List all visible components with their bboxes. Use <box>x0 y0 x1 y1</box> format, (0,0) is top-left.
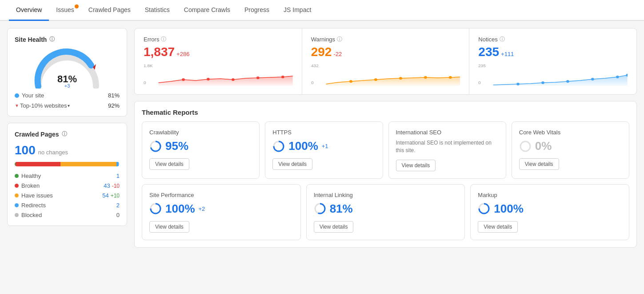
svg-marker-5 <box>159 76 293 86</box>
internal-linking-pct-row: 81% <box>314 202 458 216</box>
site-perf-pct-row: 100% +2 <box>149 202 293 216</box>
crawlability-pct-row: 95% <box>149 139 252 153</box>
stat-healthy: Healthy 1 <box>15 173 120 179</box>
notices-value-row: 235 +111 <box>478 45 628 59</box>
site-health-info-icon[interactable]: ⓘ <box>49 36 55 43</box>
svg-point-10 <box>281 76 284 78</box>
pb-broken <box>16 162 60 166</box>
notices-info-icon[interactable]: ⓘ <box>500 36 505 43</box>
notices-block: Notices ⓘ 235 +111 23 <box>469 28 636 94</box>
internal-linking-view-btn[interactable]: View details <box>314 221 354 233</box>
svg-point-22 <box>516 83 520 85</box>
svg-text:235: 235 <box>478 64 486 68</box>
right-column: Errors ⓘ 1,837 +286 1 <box>134 28 637 286</box>
svg-point-7 <box>207 78 210 81</box>
svg-text:1.8K: 1.8K <box>144 64 153 68</box>
stat-have-issues: Have issues 54 +10 <box>15 192 120 199</box>
svg-point-15 <box>374 78 377 81</box>
dot-healthy <box>15 174 19 178</box>
top10-chevron-icon[interactable]: ▾ <box>68 103 70 108</box>
svg-point-14 <box>349 80 352 83</box>
https-view-btn[interactable]: View details <box>272 158 312 170</box>
nav-overview[interactable]: Overview <box>9 0 49 21</box>
errors-value-row: 1,837 +286 <box>144 45 293 59</box>
pb-issues <box>60 162 116 166</box>
svg-point-23 <box>541 81 544 84</box>
stat-blocked: Blocked 0 <box>15 212 120 218</box>
site-perf-circle-icon <box>149 202 162 215</box>
warnings-title: Warnings ⓘ <box>311 36 460 43</box>
site-perf-view-btn[interactable]: View details <box>149 221 189 233</box>
report-https: HTTPS 100% +1 View details <box>265 121 383 179</box>
errors-sparkline: 1.8K 0 <box>144 63 293 87</box>
crawled-pages-info-icon[interactable]: ⓘ <box>62 130 67 138</box>
markup-view-btn[interactable]: View details <box>478 221 518 233</box>
report-intl-seo: International SEO International SEO is n… <box>388 121 506 179</box>
notices-sparkline: 235 0 <box>478 63 628 87</box>
crawlability-view-btn[interactable]: View details <box>149 158 189 170</box>
nav-progress[interactable]: Progress <box>237 0 276 21</box>
pb-blocked <box>119 162 120 166</box>
svg-point-9 <box>256 77 260 79</box>
gauge-chart: 81% +3 <box>32 48 103 89</box>
crawled-pages-card: Crawled Pages ⓘ 100 no changes Healthy <box>7 123 127 226</box>
markup-circle-icon <box>478 202 490 215</box>
svg-text:+3: +3 <box>64 83 70 89</box>
site-health-title: Site Health ⓘ <box>15 36 120 43</box>
stat-broken: Broken 43 -10 <box>15 182 120 189</box>
crawlability-circle-icon <box>149 140 162 153</box>
svg-point-25 <box>591 78 594 81</box>
errors-title: Errors ⓘ <box>144 36 293 43</box>
stat-redirects: Redirects 2 <box>15 202 120 209</box>
svg-point-17 <box>424 76 427 79</box>
gauge-container: 81% +3 <box>15 48 120 89</box>
your-site-dot <box>15 93 19 98</box>
warnings-info-icon[interactable]: ⓘ <box>337 36 342 43</box>
crawled-count-row: 100 no changes <box>15 143 120 157</box>
thematic-bottom-row: Site Performance 100% +2 View details In… <box>142 184 629 240</box>
https-pct-row: 100% +1 <box>272 139 375 153</box>
https-circle-icon <box>272 140 285 153</box>
cwv-circle-icon <box>519 140 532 153</box>
crawled-stat-list: Healthy 1 Broken 43 -10 <box>15 173 120 218</box>
dot-issues <box>15 193 19 197</box>
errors-info-icon[interactable]: ⓘ <box>161 36 166 43</box>
crawled-pages-title: Crawled Pages ⓘ <box>15 130 120 138</box>
errors-block: Errors ⓘ 1,837 +286 1 <box>135 28 302 94</box>
left-column: Site Health ⓘ 81% +3 <box>7 28 127 286</box>
top10-row: ▼ Top-10% websites ▾ 92% <box>15 102 120 109</box>
svg-text:0: 0 <box>144 81 146 85</box>
cwv-pct-row: 0% <box>519 139 622 153</box>
svg-point-18 <box>449 76 452 79</box>
nav-issues[interactable]: Issues <box>49 0 81 21</box>
markup-pct-row: 100% <box>478 202 622 216</box>
report-markup: Markup 100% View details <box>470 184 629 240</box>
your-site-row: Your site 81% <box>15 92 120 99</box>
svg-point-32 <box>520 141 530 151</box>
report-internal-linking: Internal Linking 81% View details <box>306 184 465 240</box>
thematic-reports-section: Thematic Reports Crawlability 95% View d… <box>134 101 637 248</box>
nav-compare-crawls[interactable]: Compare Crawls <box>177 0 237 21</box>
nav-statistics[interactable]: Statistics <box>138 0 177 21</box>
svg-point-26 <box>616 76 619 78</box>
crawled-progress-bar <box>15 162 120 166</box>
main-content: Site Health ⓘ 81% +3 <box>0 21 644 293</box>
intl-seo-view-btn[interactable]: View details <box>396 160 436 171</box>
svg-point-24 <box>566 80 569 83</box>
site-health-card: Site Health ⓘ 81% +3 <box>7 28 127 117</box>
warnings-block: Warnings ⓘ 292 -22 43 <box>302 28 470 94</box>
issues-notification-dot <box>75 4 79 8</box>
report-crawlability: Crawlability 95% View details <box>142 121 260 179</box>
report-site-performance: Site Performance 100% +2 View details <box>142 184 301 240</box>
cwv-view-btn[interactable]: View details <box>519 158 559 170</box>
nav-crawled-pages[interactable]: Crawled Pages <box>81 0 138 21</box>
svg-point-8 <box>232 78 235 81</box>
thematic-reports-title: Thematic Reports <box>142 109 629 116</box>
metrics-row: Errors ⓘ 1,837 +286 1 <box>134 28 637 95</box>
nav-js-impact[interactable]: JS Impact <box>276 0 318 21</box>
warnings-value-row: 292 -22 <box>311 45 460 59</box>
svg-point-16 <box>399 77 402 80</box>
svg-text:0: 0 <box>478 81 481 85</box>
dot-redirects <box>15 203 19 207</box>
warnings-sparkline: 432 0 <box>311 63 460 87</box>
